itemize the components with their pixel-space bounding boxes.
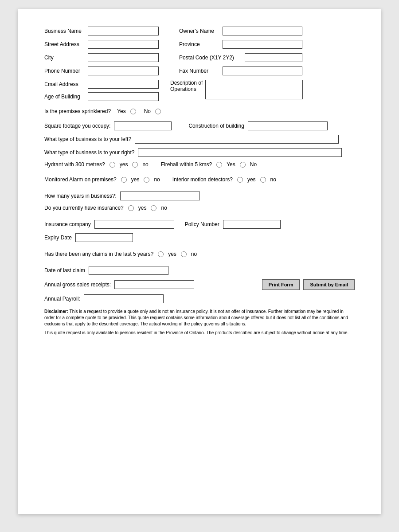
alarm-yes-label: yes [131,176,140,183]
claims-no-label: no [191,251,197,257]
hydrant-yes-radio[interactable] [110,162,115,168]
postal-code-label: Postal Code (X1Y 2Y2) [179,55,241,61]
motion-no-radio[interactable] [260,177,266,183]
annual-payroll-label: Annual Payroll: [44,296,80,302]
disclaimer-text2: This quote request is only available to … [44,330,355,336]
alarm-yes-radio[interactable] [121,177,127,183]
city-label: City [44,55,84,61]
row-phone: Phone Number Fax Number [44,66,355,75]
row-hydrant: Hydrant with 300 metres? yes no Firehall… [44,161,355,168]
business-left-label: What type of business is to your left? [44,136,131,142]
row-business-name: Business Name Owner's Name [44,27,355,35]
province-label: Province [179,41,219,47]
business-right-label: What type of business is to your right? [44,149,134,156]
row-city: City Postal Code (X1Y 2Y2) [44,53,355,62]
age-of-building-input[interactable] [88,92,159,101]
province-input[interactable] [223,40,302,49]
policy-number-label: Policy Number [185,221,219,227]
city-input[interactable] [88,53,159,62]
row-date-last-claim: Date of last claim [44,266,355,275]
monitored-alarm-label: Monitored Alarm on premises? [44,176,117,183]
disclaimer-block: Disclaimer: This is a request to provide… [44,309,355,336]
owners-name-label: Owner's Name [179,28,219,34]
motion-yes-radio[interactable] [237,177,243,183]
claims-label: Has there been any claims in the last 5 … [44,251,153,257]
phone-number-input[interactable] [88,66,159,75]
desc-ops-input[interactable] [205,80,303,99]
row-monitored-alarm: Monitored Alarm on premises? yes no Inte… [44,176,355,183]
form-page: Business Name Owner's Name Street Addres… [18,9,381,514]
email-address-input[interactable] [88,80,159,89]
alarm-no-label: no [154,176,160,183]
years-in-business-input[interactable] [120,192,200,200]
business-right-input[interactable] [138,148,342,157]
annual-payroll-input[interactable] [84,294,164,303]
desc-ops-labels: Description of Operations [170,80,203,92]
street-address-input[interactable] [88,40,159,49]
disclaimer-text1: This is a request to provide a quote onl… [44,309,348,326]
claims-yes-label: yes [168,251,176,257]
fax-number-label: Fax Number [179,68,219,74]
date-last-claim-input[interactable] [89,266,168,275]
alarm-no-radio[interactable] [144,177,149,183]
row-street-address: Street Address Province [44,40,355,49]
firehall-no-label: No [250,161,257,168]
row-business-left: What type of business is to your left? [44,135,355,144]
hydrant-no-radio[interactable] [132,162,138,168]
row-years-in-business: How many years in business?: [44,192,355,200]
print-form-button[interactable]: Print Form [262,279,300,290]
date-last-claim-label: Date of last claim [44,267,85,274]
phone-number-label: Phone Number [44,68,84,74]
fax-number-input[interactable] [223,66,302,75]
claims-no-radio[interactable] [181,251,187,257]
firehall-label: Firehall within 5 kms? [161,161,212,168]
desc-ops-label: Description of [170,80,203,86]
street-address-label: Street Address [44,41,84,47]
motion-no-label: no [270,176,276,183]
desc-ops-block: Description of Operations [170,80,303,99]
hydrant-label: Hydrant with 300 metres? [44,161,105,168]
postal-code-input[interactable] [245,53,302,62]
interior-motion-label: Interior motion detectors? [172,176,233,183]
firehall-yes-radio[interactable] [216,162,222,168]
firehall-yes-label: Yes [227,161,235,168]
row-business-right: What type of business is to your right? [44,148,355,157]
row-claims: Has there been any claims in the last 5 … [44,251,355,257]
construction-input[interactable] [248,121,328,130]
row-sprinklered: Is the premises sprinklered? Yes No [44,108,355,114]
yes-label-1: Yes [117,108,126,114]
owners-name-input[interactable] [223,27,302,35]
submit-email-button[interactable]: Submit by Email [303,279,355,290]
insurance-yes-radio[interactable] [128,205,134,211]
no-label-1: No [144,108,151,114]
row-square-footage: Square footage you occupy: Construction … [44,121,355,130]
business-name-label: Business Name [44,28,84,34]
firehall-no-radio[interactable] [240,162,246,168]
row-email-desc: Email Address Age of Building Descriptio… [44,80,355,101]
expiry-date-label: Expiry Date [44,235,72,241]
business-name-input[interactable] [88,27,159,35]
annual-gross-input[interactable] [114,280,194,289]
sprinklered-no-radio[interactable] [155,109,161,114]
row-current-insurance: Do you currently have insurance? yes no [44,205,355,211]
hydrant-yes-label: yes [120,161,128,168]
square-footage-label: Square footage you occupy: [44,123,110,129]
motion-yes-label: yes [247,176,256,183]
currently-have-insurance-label: Do you currently have insurance? [44,205,124,211]
row-annual-payroll: Annual Payroll: [44,294,355,303]
expiry-date-input[interactable] [75,233,133,242]
sprinklered-yes-radio[interactable] [130,109,136,114]
insurance-yes-label: yes [138,205,147,211]
policy-number-input[interactable] [223,220,281,229]
insurance-company-label: Insurance company [44,221,91,227]
insurance-no-radio[interactable] [151,205,156,211]
insurance-company-input[interactable] [94,220,174,229]
square-footage-input[interactable] [114,121,172,130]
disclaimer-title: Disclaimer: [44,309,68,314]
claims-yes-radio[interactable] [158,251,164,257]
years-in-business-label: How many years in business?: [44,193,117,199]
row-annual-gross: Annual gross sales receipts: Print Form … [44,279,355,290]
row-email: Email Address [44,80,159,89]
row-age-building: Age of Building [44,92,159,101]
business-left-input[interactable] [135,135,339,144]
